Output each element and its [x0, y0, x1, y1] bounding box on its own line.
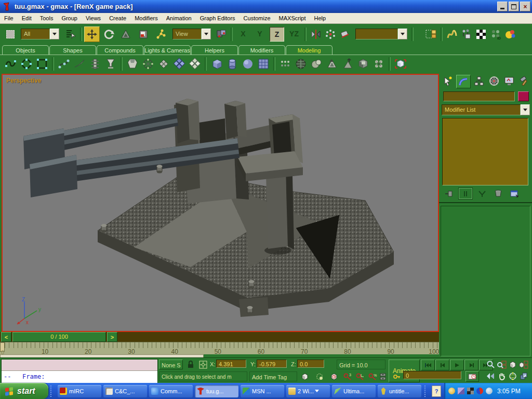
time-prev-button[interactable]: <: [1, 332, 11, 342]
time-tag-icon[interactable]: [328, 371, 340, 381]
time-configuration-icon[interactable]: [466, 371, 479, 382]
grid-plane-icon[interactable]: [256, 57, 271, 71]
panel-tab[interactable]: Modifiers: [238, 45, 285, 55]
attach-spline-icon[interactable]: [72, 57, 87, 71]
sub-object-cube-icon[interactable]: [393, 57, 408, 71]
axis-constraint-button[interactable]: X: [236, 27, 250, 41]
taskbar-task-button[interactable]: untitle...: [378, 385, 421, 397]
select-and-rotate-icon[interactable]: [102, 27, 116, 42]
selection-lock-icon[interactable]: [185, 360, 196, 369]
optimize-icon[interactable]: [340, 57, 355, 71]
layer-eraser-icon[interactable]: [338, 27, 352, 42]
zoom-extents-icon[interactable]: [507, 360, 518, 369]
sphere-icon[interactable]: [240, 57, 256, 71]
geosphere-icon[interactable]: [293, 57, 309, 71]
box-icon[interactable]: [209, 57, 224, 71]
cylinder-icon[interactable]: [224, 57, 240, 71]
help-badge[interactable]: ?: [432, 385, 441, 397]
named-selection-dropdown[interactable]: [355, 29, 407, 39]
select-by-name-icon[interactable]: [63, 27, 78, 42]
taskbar-task-button[interactable]: mIRC: [58, 385, 101, 397]
menu-item[interactable]: Group: [57, 14, 82, 22]
dropdown-arrow-icon[interactable]: [521, 104, 530, 115]
menu-item[interactable]: MAXScript: [275, 14, 310, 22]
curve-editor-icon[interactable]: [445, 27, 459, 42]
close-button[interactable]: ×: [520, 2, 530, 11]
menu-item[interactable]: Graph Editors: [196, 14, 240, 22]
taskbar-task-button[interactable]: 2 Wi...: [286, 385, 330, 397]
play-icon[interactable]: [450, 360, 464, 370]
viewport-label[interactable]: Perspective: [6, 77, 41, 84]
loft-icon[interactable]: [87, 57, 103, 71]
remove-modifier-icon[interactable]: [491, 188, 505, 199]
y-coord-field[interactable]: -0.579: [257, 360, 287, 368]
dropdown-arrow-icon[interactable]: [202, 29, 211, 39]
min-max-toggle-icon[interactable]: [518, 371, 529, 381]
quadify-icon[interactable]: [156, 57, 171, 71]
menu-item[interactable]: Animation: [162, 14, 196, 22]
grid-blue-icon[interactable]: [171, 57, 187, 71]
time-slider[interactable]: 0 / 100: [12, 332, 106, 342]
snap-toggle-icon[interactable]: 3: [342, 371, 353, 381]
go-to-start-icon[interactable]: [421, 360, 435, 370]
maxscript-mini-listener[interactable]: -- Frame:: [1, 359, 158, 383]
axis-constraint-button[interactable]: Y: [253, 27, 267, 41]
array-icon[interactable]: [277, 57, 293, 71]
use-pivot-center-icon[interactable]: [136, 27, 151, 42]
material-editor-icon[interactable]: [474, 27, 488, 42]
edit-spline-icon[interactable]: [56, 57, 72, 71]
modify-tab-icon[interactable]: [456, 75, 471, 88]
degradation-override-icon[interactable]: [299, 371, 311, 381]
chamfer-icon[interactable]: [125, 57, 140, 71]
taskbar-task-button[interactable]: MSN ...: [241, 385, 284, 397]
meshsmooth-icon[interactable]: [309, 57, 324, 71]
tray-checker-icon[interactable]: [467, 388, 474, 394]
object-name-field[interactable]: [443, 91, 515, 101]
pan-icon[interactable]: [496, 371, 507, 381]
z-coord-field[interactable]: 0.0: [297, 360, 324, 368]
taskbar-task-button[interactable]: Ultima...: [332, 385, 376, 397]
panel-tab[interactable]: Compounds: [97, 45, 143, 55]
pin-stack-icon[interactable]: [442, 188, 456, 199]
ik-toggle-icon[interactable]: [154, 27, 168, 42]
x-coord-field[interactable]: 4.391: [216, 360, 246, 368]
cap-holes-icon[interactable]: [355, 57, 371, 71]
modifier-list-dropdown[interactable]: Modifier List: [442, 104, 530, 115]
selection-region-icon[interactable]: [3, 27, 18, 42]
minimize-button[interactable]: [497, 2, 508, 11]
zoom-all-icon[interactable]: [496, 360, 507, 369]
display-tab-icon[interactable]: [502, 75, 516, 87]
edit-mesh-icon[interactable]: [324, 57, 340, 71]
taskbar-task-button[interactable]: Comm...: [149, 385, 193, 397]
percent-snap-icon[interactable]: %: [367, 371, 378, 381]
panel-tab[interactable]: Shapes: [49, 45, 96, 55]
snapshot-icon[interactable]: [314, 371, 325, 381]
rectangle-icon[interactable]: [34, 57, 50, 71]
object-color-swatch[interactable]: [518, 91, 529, 101]
create-tab-icon[interactable]: [441, 75, 455, 87]
zoom-icon[interactable]: [485, 360, 496, 369]
restore-button[interactable]: [509, 2, 519, 11]
time-next-button[interactable]: >: [107, 332, 117, 342]
line-icon[interactable]: [3, 57, 19, 71]
listener-script-line[interactable]: -- Frame:: [2, 371, 157, 383]
boolean-icon[interactable]: [103, 57, 118, 71]
layers-icon[interactable]: [424, 27, 438, 42]
menu-item[interactable]: Create: [105, 14, 130, 22]
lattice-icon[interactable]: [140, 57, 156, 71]
render-degrade-icon[interactable]: [485, 371, 496, 381]
tray-swirl-icon[interactable]: [476, 388, 483, 394]
mesh-select-icon[interactable]: [371, 57, 387, 71]
menu-item[interactable]: Help: [310, 14, 330, 22]
arc-rotate-icon[interactable]: [507, 371, 518, 381]
add-time-tag[interactable]: Add Time Tag: [249, 371, 297, 381]
absolute-mode-icon[interactable]: [197, 360, 209, 369]
hierarchy-tab-icon[interactable]: [472, 75, 486, 87]
schematic-view-icon[interactable]: [459, 27, 474, 42]
dropdown-arrow-icon[interactable]: [398, 29, 407, 39]
utilities-tab-icon[interactable]: [517, 75, 531, 87]
tray-messenger-icon[interactable]: [486, 388, 493, 394]
tray-display-icon[interactable]: [458, 388, 464, 394]
render-last-icon[interactable]: [503, 27, 517, 42]
track-bar[interactable]: 102030405060708090100 0: [0, 342, 439, 358]
